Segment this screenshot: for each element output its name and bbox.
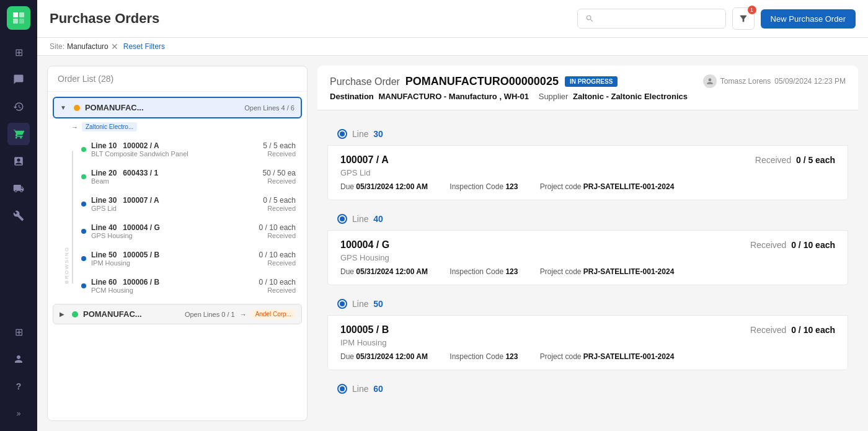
line-desc-40: GPS Housing <box>91 232 259 239</box>
sidebar-history[interactable] <box>7 96 30 118</box>
due-label-50: Due 05/31/2024 12:00 AM <box>340 352 428 361</box>
line-qty-val-60: 0 / 10 each <box>259 278 296 287</box>
svg-rect-2 <box>13 19 18 24</box>
order-list-panel: Order List (28) ▼ POMANUFAC... Open Line… <box>47 66 308 421</box>
sidebar-user[interactable] <box>7 348 30 370</box>
line-section-40: Line 40 100004 / G Received 0 / 10 each … <box>327 208 848 285</box>
line-dot-60 <box>81 283 86 288</box>
main-area: Purchase Orders 1 New Purchase Order Sit… <box>37 0 868 431</box>
supplier-separator: Supplier <box>539 92 569 101</box>
line-desc-50: IPM Housing <box>91 259 259 267</box>
line-info-40: Line 40 100004 / G GPS Housing <box>91 223 259 239</box>
line-item-40[interactable]: Line 40 100004 / G GPS Housing 0 / 10 ea… <box>75 218 302 244</box>
line-card-code-40: 100004 / G <box>340 239 389 251</box>
po-group-2: ▶ POMANUFAC... Open Lines 0 / 1 → Andel … <box>53 304 302 324</box>
order-list-count: (28) <box>98 74 113 84</box>
status-badge: IN PROGRESS <box>565 76 618 87</box>
sidebar-help[interactable]: ? <box>7 375 30 398</box>
line-item-20[interactable]: Line 20 600433 / 1 Beam 50 / 50 ea Recei… <box>75 164 302 190</box>
line-status-10: Received <box>263 150 296 158</box>
line-section-60: Line 60 <box>327 378 848 400</box>
app-logo <box>7 6 30 30</box>
line-qty-val-10: 5 / 5 each <box>263 141 296 150</box>
search-input[interactable] <box>599 14 718 24</box>
user-name: Tomasz Lorens <box>720 77 771 86</box>
po-group-1-subheader: → Zaltonic Electro... <box>53 120 302 134</box>
filter-button[interactable]: 1 <box>732 7 755 30</box>
line-name-50: Line 50 100005 / B <box>91 251 259 259</box>
line-item-10[interactable]: Line 10 100002 / A BLT Composite Sandwic… <box>75 136 302 162</box>
detail-meta: Destination MANUFACTURO - Manufacturo , … <box>330 92 846 101</box>
po-group-2-header[interactable]: ▶ POMANUFAC... Open Lines 0 / 1 → Andel … <box>53 304 302 324</box>
line-qty-val-40: 0 / 10 each <box>259 223 296 232</box>
line-desc-60: PCM Housing <box>91 287 259 294</box>
line-radio-60 <box>337 384 347 394</box>
po-arrow: → <box>71 123 78 131</box>
line-status-50: Received <box>259 259 296 267</box>
line-info-50: Line 50 100005 / B IPM Housing <box>91 251 259 267</box>
line-status-60: Received <box>259 287 296 294</box>
new-po-button[interactable]: New Purchase Order <box>761 9 856 29</box>
line-section-header-40: Line 40 <box>327 208 848 230</box>
po-group-1: ▼ POMANUFAC... Open Lines 4 / 6 → Zalton… <box>53 97 302 300</box>
line-name-30: Line 30 100007 / A <box>91 196 263 205</box>
sidebar-expand[interactable]: » <box>7 402 30 425</box>
sidebar-orders[interactable] <box>7 123 30 145</box>
detail-title-row: Purchase Order POMANUFACTURO00000025 IN … <box>330 74 846 88</box>
po-group-1-header[interactable]: ▼ POMANUFAC... Open Lines 4 / 6 <box>53 97 302 118</box>
page-title: Purchase Orders <box>50 11 159 27</box>
search-icon <box>585 14 594 24</box>
line-section-header-50: Line 50 <box>327 293 848 315</box>
line-desc-20: Beam <box>91 177 263 185</box>
line-section-label-50: Line 50 <box>352 299 383 309</box>
due-label-30: Due 05/31/2024 12:00 AM <box>340 182 428 191</box>
line-dot-30 <box>81 202 86 207</box>
line-radio-50 <box>337 299 347 309</box>
detail-po-number: POMANUFACTURO00000025 <box>405 75 559 87</box>
line-item-30[interactable]: Line 30 100007 / A GPS Lid 0 / 5 each Re… <box>75 191 302 217</box>
line-card-meta-30: Due 05/31/2024 12:00 AM Inspection Code … <box>340 182 835 191</box>
po-chevron-2-icon: ▶ <box>60 311 64 318</box>
header-controls: 1 New Purchase Order <box>577 7 856 30</box>
line-qty-val-50: 0 / 10 each <box>259 251 296 259</box>
order-list-body: ▼ POMANUFAC... Open Lines 4 / 6 → Zalton… <box>48 92 307 420</box>
sidebar-grid[interactable]: ⊞ <box>7 321 30 343</box>
site-filter-remove[interactable]: ✕ <box>111 42 118 51</box>
line-name-60: Line 60 100006 / B <box>91 278 259 287</box>
line-info-20: Line 20 600433 / 1 Beam <box>91 169 263 185</box>
detail-title-group: Purchase Order POMANUFACTURO00000025 IN … <box>330 75 618 88</box>
line-qty-20: 50 / 50 ea Received <box>263 169 296 185</box>
sidebar-truck[interactable] <box>7 177 30 200</box>
line-card-title-row-50: 100005 / B Received 0 / 10 each <box>340 324 835 335</box>
po-dot <box>74 105 80 111</box>
line-qty-30: 0 / 5 each Received <box>263 196 296 212</box>
line-card-code-30: 100007 / A <box>340 154 389 166</box>
sidebar-inventory[interactable] <box>7 150 30 172</box>
line-sections: Line 30 100007 / A Received 0 / 5 each G… <box>317 110 858 412</box>
sidebar-tools[interactable] <box>7 205 30 227</box>
order-list-title: Order List <box>58 74 95 84</box>
reset-filters-link[interactable]: Reset Filters <box>123 42 165 51</box>
po-supplier-tag-1: Zaltonic Electro... <box>82 122 137 131</box>
user-avatar <box>703 74 717 88</box>
site-filter: Site: Manufacturo ✕ <box>50 42 118 51</box>
line-card-meta-50: Due 05/31/2024 12:00 AM Inspection Code … <box>340 352 835 361</box>
line-card-received-40: Received 0 / 10 each <box>750 240 835 250</box>
line-dot-20 <box>81 174 86 179</box>
line-dot-40 <box>81 229 86 234</box>
line-item-50[interactable]: Line 50 100005 / B IPM Housing 0 / 10 ea… <box>75 246 302 272</box>
svg-rect-3 <box>19 19 24 24</box>
detail-prefix: Purchase Order POMANUFACTURO00000025 <box>330 75 559 88</box>
sidebar-chat[interactable] <box>7 68 30 91</box>
line-status-30: Received <box>263 205 296 212</box>
line-desc-10: BLT Composite Sandwich Panel <box>91 150 263 158</box>
line-section-50: Line 50 100005 / B Received 0 / 10 each … <box>327 293 848 370</box>
line-desc-30: GPS Lid <box>91 205 263 212</box>
line-item-60[interactable]: Line 60 100006 / B PCM Housing 0 / 10 ea… <box>75 273 302 299</box>
line-dot-10 <box>81 147 86 152</box>
sidebar-dashboard[interactable]: ⊞ <box>7 41 30 63</box>
line-card-code-50: 100005 / B <box>340 324 389 335</box>
line-qty-40: 0 / 10 each Received <box>259 223 296 239</box>
project-40: Project code PRJ-SATELLITE-001-2024 <box>540 267 675 276</box>
po-supplier-row: → Zaltonic Electro... <box>53 120 302 134</box>
